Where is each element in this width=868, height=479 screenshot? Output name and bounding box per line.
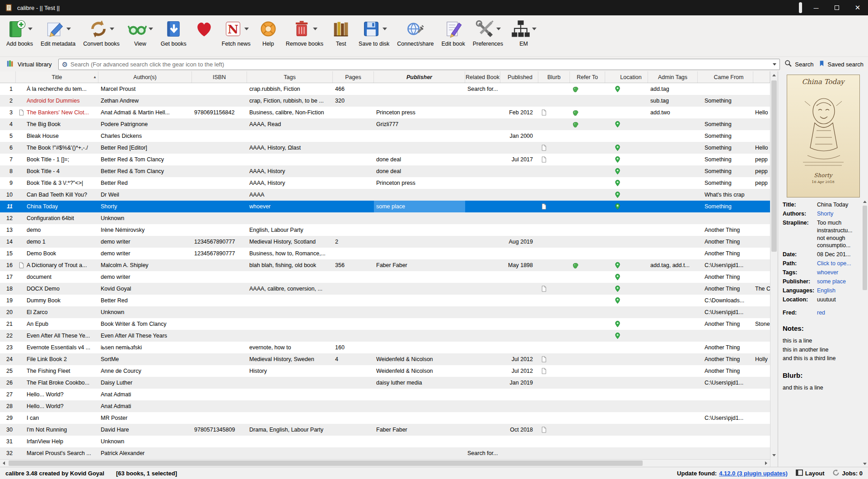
table-row[interactable]: 17 document demo writer bbox=[0, 271, 770, 283]
related-book-cell[interactable]: Search for... bbox=[465, 447, 500, 459]
extra-cell[interactable] bbox=[753, 95, 770, 107]
row-number-cell[interactable]: 29 bbox=[0, 412, 16, 424]
blurb-cell[interactable] bbox=[538, 377, 570, 389]
table-row[interactable]: 10 Can Bad Teeth Kill You? Dr Weil AAAA bbox=[0, 189, 770, 201]
admin-tags-cell[interactable] bbox=[648, 130, 698, 142]
came-from-cell[interactable]: Something bbox=[698, 177, 753, 189]
tags-cell[interactable]: evernote, how to bbox=[247, 342, 333, 353]
table-row[interactable]: 20 El Zarco Unknown bbox=[0, 306, 770, 318]
table-row[interactable]: 25 The Fishing Fleet Anne de Courcy Hist… bbox=[0, 365, 770, 377]
location-cell[interactable] bbox=[605, 330, 648, 342]
update-link[interactable]: 4.12.0 (3 plugin updates) bbox=[719, 470, 788, 477]
admin-tags-cell[interactable]: sub.tag bbox=[648, 95, 698, 107]
pages-cell[interactable] bbox=[333, 201, 374, 212]
related-book-cell[interactable] bbox=[465, 283, 500, 295]
came-from-cell[interactable]: Something bbox=[698, 142, 753, 154]
isbn-cell[interactable] bbox=[192, 154, 247, 165]
blurb-cell[interactable] bbox=[538, 177, 570, 189]
table-row[interactable]: 3 The Bankers' New Clot... Anat Admati &… bbox=[0, 107, 770, 118]
vertical-scroll-track[interactable] bbox=[770, 79, 778, 451]
isbn-cell[interactable] bbox=[192, 165, 247, 177]
pages-cell[interactable] bbox=[333, 436, 374, 447]
authors-cell[interactable]: Patrick Alexander bbox=[98, 447, 192, 459]
add-books-button[interactable]: Add books bbox=[5, 18, 35, 47]
location-cell[interactable] bbox=[605, 107, 648, 118]
row-number-cell[interactable]: 7 bbox=[0, 154, 16, 165]
refer-to-cell[interactable] bbox=[570, 353, 605, 365]
title-cell[interactable]: Book Title & 3 \/:*?"<>| bbox=[16, 177, 98, 189]
row-number-cell[interactable]: 19 bbox=[0, 295, 16, 306]
details-scroll-thumb[interactable] bbox=[863, 206, 867, 290]
admin-tags-cell[interactable] bbox=[648, 400, 698, 412]
refer-to-cell[interactable] bbox=[570, 436, 605, 447]
location-cell[interactable] bbox=[605, 436, 648, 447]
title-cell[interactable]: A Dictionary of Trout a... bbox=[16, 259, 98, 271]
table-row[interactable]: 24 File Link Book 2 SortMe Medieval Hist… bbox=[0, 353, 770, 365]
minimize-button[interactable]: ─ bbox=[806, 0, 826, 15]
details-scroll-track[interactable] bbox=[862, 205, 868, 460]
admin-tags-cell[interactable] bbox=[648, 389, 698, 400]
preferences-dropdown-arrow[interactable] bbox=[496, 28, 501, 30]
title-cell[interactable]: Hello... World? bbox=[16, 400, 98, 412]
edit-metadata-dropdown-arrow[interactable] bbox=[66, 28, 71, 30]
location-cell[interactable] bbox=[605, 83, 648, 95]
published-cell[interactable] bbox=[500, 342, 538, 353]
related-book-cell[interactable] bbox=[465, 306, 500, 318]
tags-cell[interactable] bbox=[247, 318, 333, 330]
location-cell[interactable] bbox=[605, 412, 648, 424]
related-book-cell[interactable] bbox=[465, 424, 500, 436]
pages-cell[interactable] bbox=[333, 142, 374, 154]
row-number-cell[interactable]: 22 bbox=[0, 330, 16, 342]
authors-cell[interactable]: David Hare bbox=[98, 424, 192, 436]
came-from-cell[interactable]: Another Thing bbox=[698, 271, 753, 283]
remove-books-dropdown-arrow[interactable] bbox=[313, 28, 317, 30]
refer-to-cell[interactable] bbox=[570, 365, 605, 377]
path-link[interactable]: Click to ope... bbox=[817, 260, 861, 268]
author-link[interactable]: Shorty bbox=[817, 210, 861, 218]
blurb-cell[interactable] bbox=[538, 224, 570, 236]
published-cell[interactable] bbox=[500, 447, 538, 459]
column-header-isbn[interactable]: ISBN bbox=[192, 71, 247, 83]
refer-to-cell[interactable] bbox=[570, 283, 605, 295]
row-number-cell[interactable]: 2 bbox=[0, 95, 16, 107]
admin-tags-cell[interactable] bbox=[648, 365, 698, 377]
extra-cell[interactable] bbox=[753, 342, 770, 353]
row-number-cell[interactable]: 25 bbox=[0, 365, 16, 377]
pages-cell[interactable] bbox=[333, 107, 374, 118]
extra-cell[interactable]: pepp bbox=[753, 154, 770, 165]
publisher-cell[interactable] bbox=[374, 142, 465, 154]
title-cell[interactable]: Hello... World? bbox=[16, 389, 98, 400]
authors-cell[interactable]: Better Red & Tom Clancy bbox=[98, 165, 192, 177]
vertical-scrollbar[interactable] bbox=[770, 71, 778, 459]
isbn-cell[interactable] bbox=[192, 306, 247, 318]
convert-books-button[interactable]: Convert books bbox=[81, 18, 121, 47]
pages-cell[interactable] bbox=[333, 189, 374, 201]
related-book-cell[interactable] bbox=[465, 236, 500, 248]
row-number-cell[interactable]: 32 bbox=[0, 447, 16, 459]
table-row[interactable]: 32 Marcel Proust's Search ... Patrick Al… bbox=[0, 447, 770, 459]
admin-tags-cell[interactable]: add.tag, add.t... bbox=[648, 259, 698, 271]
tags-cell[interactable] bbox=[247, 412, 333, 424]
publisher-cell[interactable] bbox=[374, 330, 465, 342]
isbn-cell[interactable] bbox=[192, 177, 247, 189]
location-cell[interactable] bbox=[605, 118, 648, 130]
column-header-title[interactable]: Title▲ bbox=[16, 71, 98, 83]
row-number-cell[interactable]: 10 bbox=[0, 189, 16, 201]
row-number-cell[interactable]: 9 bbox=[0, 177, 16, 189]
pages-cell[interactable]: 160 bbox=[333, 342, 374, 353]
related-book-cell[interactable] bbox=[465, 95, 500, 107]
isbn-cell[interactable] bbox=[192, 189, 247, 201]
extra-cell[interactable] bbox=[753, 271, 770, 283]
column-header-rownum[interactable] bbox=[0, 71, 16, 83]
isbn-cell[interactable] bbox=[192, 95, 247, 107]
published-cell[interactable] bbox=[500, 177, 538, 189]
blurb-cell[interactable] bbox=[538, 107, 570, 118]
isbn-cell[interactable] bbox=[192, 283, 247, 295]
table-row[interactable]: 27 Hello... World? Anat Admati bbox=[0, 389, 770, 400]
title-cell[interactable]: Can Bad Teeth Kill You? bbox=[16, 189, 98, 201]
publisher-link[interactable]: some place bbox=[817, 278, 861, 286]
title-cell[interactable]: I'm Not Running bbox=[16, 424, 98, 436]
tags-cell[interactable]: Business, how to, Romance,... bbox=[247, 248, 333, 259]
table-row[interactable]: 16 A Dictionary of Trout a... Malcolm A.… bbox=[0, 259, 770, 271]
table-row[interactable]: 4 The Big Book Podere Patrignone AAAA, R… bbox=[0, 118, 770, 130]
